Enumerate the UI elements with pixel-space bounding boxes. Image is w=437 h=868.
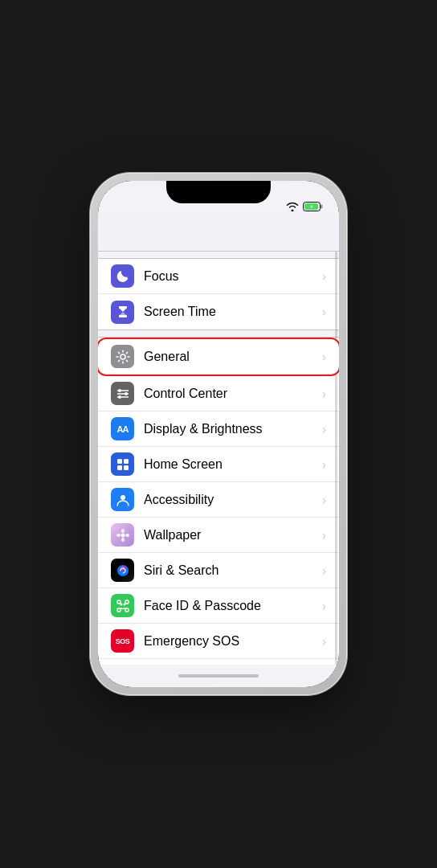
svg-point-23	[116, 534, 120, 537]
svg-point-19	[120, 495, 125, 500]
chevron-icon: ›	[322, 305, 326, 318]
settings-label-siri-search: Siri & Search	[144, 563, 319, 578]
svg-rect-25	[117, 600, 120, 604]
settings-label-accessibility: Accessibility	[144, 493, 319, 507]
svg-rect-15	[117, 459, 122, 464]
chevron-icon: ›	[322, 270, 326, 283]
settings-row-screen-time[interactable]: Screen Time›	[98, 294, 339, 330]
svg-point-7	[125, 392, 128, 395]
settings-label-display-brightness: Display & Brightness	[144, 422, 319, 436]
screen: Focus›Screen Time›General›Control Center…	[98, 181, 339, 687]
settings-label-control-center: Control Center	[144, 387, 319, 401]
svg-rect-1	[321, 205, 323, 209]
home-bar	[178, 674, 259, 678]
wifi-icon	[286, 202, 299, 211]
moon-icon	[111, 264, 134, 288]
settings-label-emergency-sos: Emergency SOS	[144, 634, 319, 649]
svg-rect-18	[124, 465, 129, 470]
svg-point-30	[123, 603, 125, 605]
sos-icon: SOS	[111, 629, 134, 653]
svg-point-24	[125, 534, 129, 537]
svg-point-22	[121, 538, 125, 542]
chevron-icon: ›	[322, 423, 326, 436]
settings-label-general: General	[144, 350, 319, 364]
settings-group-group1: Focus›Screen Time›	[98, 258, 339, 330]
chevron-icon: ›	[322, 529, 326, 542]
settings-row-face-id[interactable]: Face ID & Passcode›	[98, 588, 339, 624]
settings-row-general[interactable]: General›	[98, 339, 339, 375]
face-icon	[111, 594, 134, 617]
svg-rect-26	[125, 600, 129, 604]
phone-inner: Focus›Screen Time›General›Control Center…	[98, 181, 339, 687]
svg-point-29	[120, 603, 122, 605]
notch	[166, 181, 271, 203]
battery-icon	[303, 202, 323, 211]
settings-row-focus[interactable]: Focus›	[98, 259, 339, 294]
settings-label-focus: Focus	[144, 269, 319, 284]
status-icons	[286, 202, 323, 211]
settings-label-face-id: Face ID & Passcode	[144, 599, 319, 613]
svg-rect-16	[124, 459, 129, 464]
settings-row-control-center[interactable]: Control Center›	[98, 376, 339, 411]
home-indicator	[98, 665, 339, 687]
svg-point-6	[118, 389, 121, 392]
settings-row-siri-search[interactable]: Siri & Search›	[98, 553, 339, 588]
svg-rect-28	[125, 608, 129, 612]
chevron-icon: ›	[322, 564, 326, 577]
settings-row-exposure[interactable]: Exposure Notifications›	[98, 659, 339, 665]
svg-point-20	[120, 533, 125, 537]
settings-label-home-screen: Home Screen	[144, 457, 319, 472]
svg-rect-17	[117, 465, 122, 470]
svg-point-8	[118, 395, 121, 399]
settings-group-group2: General›Control Center›AADisplay & Brigh…	[98, 337, 339, 665]
flower-icon	[111, 523, 134, 547]
nav-bar	[98, 216, 339, 252]
siri-icon	[111, 559, 134, 582]
settings-label-wallpaper: Wallpaper	[144, 528, 319, 542]
grid-icon	[111, 452, 134, 476]
aa-icon: AA	[111, 417, 134, 440]
chevron-icon: ›	[322, 635, 326, 648]
chevron-icon: ›	[322, 493, 326, 506]
settings-row-wallpaper[interactable]: Wallpaper›	[98, 518, 339, 553]
settings-content[interactable]: Focus›Screen Time›General›Control Center…	[98, 252, 339, 665]
chevron-icon: ›	[322, 350, 326, 363]
chevron-icon: ›	[322, 387, 326, 400]
settings-row-accessibility[interactable]: Accessibility›	[98, 482, 339, 518]
gear-icon	[111, 345, 134, 368]
chevron-icon: ›	[322, 458, 326, 471]
settings-row-emergency-sos[interactable]: SOSEmergency SOS›	[98, 624, 339, 659]
svg-rect-4	[119, 315, 127, 317]
chevron-icon: ›	[322, 600, 326, 612]
hourglass-icon	[111, 301, 134, 324]
phone-frame: Focus›Screen Time›General›Control Center…	[90, 173, 347, 695]
settings-label-screen-time: Screen Time	[144, 305, 319, 319]
person-icon	[111, 488, 134, 511]
settings-row-home-screen[interactable]: Home Screen›	[98, 447, 339, 482]
svg-rect-27	[117, 608, 120, 612]
svg-rect-3	[119, 306, 127, 309]
settings-row-display-brightness[interactable]: AADisplay & Brightness›	[98, 411, 339, 447]
svg-point-5	[120, 354, 125, 359]
svg-point-21	[121, 529, 125, 533]
sliders-icon	[111, 382, 134, 405]
